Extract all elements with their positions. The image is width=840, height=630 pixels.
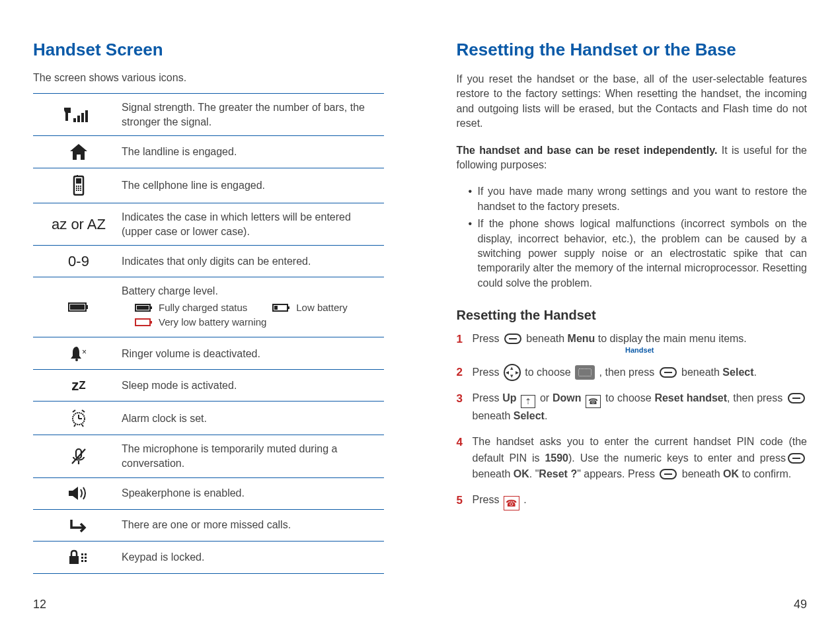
- ok-label: OK: [723, 468, 739, 479]
- ok-label: OK: [514, 468, 529, 479]
- svg-rect-6: [76, 178, 81, 184]
- t: or: [537, 392, 553, 403]
- svg-rect-2: [77, 116, 80, 122]
- up-key-icon: ⇡: [521, 395, 535, 408]
- softkey-icon: [660, 469, 677, 479]
- step-5: Press ☎ .: [457, 492, 808, 510]
- page-number-left: 12: [33, 598, 46, 612]
- reset-handset-label: Reset handset: [654, 392, 727, 403]
- row-desc: Battery charge level. Fully charged stat…: [122, 284, 381, 330]
- row-desc: Sleep mode is activated.: [122, 378, 381, 393]
- step-2: Press ▴▾ to choose , then press beneath …: [457, 364, 808, 381]
- row-desc: Keypad is locked.: [122, 550, 381, 565]
- row-signal: Signal strength. The greater the number …: [33, 94, 384, 136]
- battery-verylow-icon: [135, 318, 153, 327]
- step-4: The handset asks you to enter the curren…: [457, 434, 808, 483]
- t: beneath: [473, 468, 514, 479]
- svg-rect-7: [76, 186, 77, 187]
- svg-rect-22: [137, 306, 149, 310]
- bullet-list: If you have made many wrong settings and…: [457, 184, 808, 291]
- svg-rect-21: [150, 306, 152, 309]
- svg-rect-1: [73, 118, 76, 122]
- t: . ": [529, 468, 539, 479]
- svg-rect-25: [274, 306, 278, 310]
- svg-rect-19: [70, 304, 85, 310]
- mute-icon: [36, 446, 122, 466]
- up-label: Up: [502, 392, 516, 403]
- svg-rect-3: [81, 113, 84, 122]
- svg-rect-14: [78, 190, 79, 191]
- right-p2: The handset and base can be reset indepe…: [457, 143, 808, 173]
- t: .: [545, 410, 547, 421]
- t: .: [754, 367, 757, 378]
- menu-label: Menu: [568, 333, 595, 344]
- battery-icon: [36, 301, 122, 313]
- select-label: Select: [514, 410, 545, 421]
- svg-rect-15: [80, 190, 81, 191]
- nav-wheel-icon: ▴▾: [504, 364, 521, 381]
- svg-line-34: [82, 410, 85, 412]
- t: .: [521, 494, 527, 505]
- row-speaker: Speakerphone is enabled.: [33, 478, 384, 510]
- icon-table: Signal strength. The greater the number …: [33, 93, 384, 574]
- t: beneath: [679, 468, 723, 479]
- row-lock: Keypad is locked.: [33, 542, 384, 573]
- t: Press: [473, 494, 502, 505]
- resetq-label: Reset ?: [539, 468, 577, 479]
- t: to confirm.: [739, 468, 791, 479]
- row-desc: Speakerphone is enabled.: [122, 486, 381, 501]
- svg-rect-46: [85, 560, 87, 562]
- bullet-item: If you have made many wrong settings and…: [469, 184, 808, 214]
- battery-title: Battery charge level.: [122, 285, 218, 297]
- svg-rect-18: [86, 305, 88, 309]
- svg-rect-27: [150, 321, 152, 324]
- row-desc: The landline is engaged.: [122, 145, 381, 159]
- step-3: Press Up ⇡ or Down ☎ to choose Reset han…: [457, 390, 808, 425]
- handset-chip-icon: [575, 365, 595, 380]
- row-ringer-off: × Ringer volume is deactivated.: [33, 337, 384, 370]
- t: " appears. Press: [577, 468, 658, 479]
- down-key-icon: ☎: [586, 395, 601, 408]
- t: , then press: [727, 392, 786, 403]
- case-label: az or AZ: [36, 216, 122, 233]
- row-desc: The cellphone line is engaged.: [122, 178, 381, 193]
- battery-full-icon: [135, 303, 153, 312]
- row-digits: 0-9 Indicates that only digits can be en…: [33, 246, 384, 277]
- t: to choose: [522, 367, 574, 378]
- battery-verylow-label: Very low battery warning: [159, 316, 266, 329]
- svg-rect-40: [69, 556, 79, 564]
- row-desc: The microphone is temporarily muted duri…: [122, 442, 381, 470]
- bullet-item: If the phone shows logical malfunctions …: [469, 217, 808, 291]
- svg-rect-8: [78, 186, 79, 187]
- alarm-icon: [36, 408, 122, 428]
- svg-rect-9: [80, 186, 81, 187]
- row-alarm: Alarm clock is set.: [33, 402, 384, 435]
- t: beneath: [679, 367, 723, 378]
- svg-rect-42: [85, 553, 87, 555]
- digits-label: 0-9: [36, 253, 122, 270]
- pin-label: 1590: [545, 452, 568, 464]
- svg-rect-12: [80, 188, 81, 189]
- subhead-reset-handset: Resetting the Handset: [457, 308, 808, 323]
- row-desc: There are one or more missed calls.: [122, 518, 381, 532]
- battery-full-label: Fully charged status: [159, 301, 247, 314]
- row-cell: The cellphone line is engaged.: [33, 168, 384, 203]
- right-title: Resetting the Handset or the Base: [457, 40, 808, 60]
- signal-icon: [36, 106, 122, 123]
- row-desc: Alarm clock is set.: [122, 411, 381, 426]
- svg-rect-10: [76, 188, 77, 189]
- left-column: Handset Screen The screen shows various …: [33, 40, 384, 574]
- row-missed: There are one or more missed calls.: [33, 510, 384, 542]
- ringer-off-icon: ×: [36, 344, 122, 363]
- sleep-icon: zZ: [36, 377, 122, 394]
- right-p1: If you reset the handset or the base, al…: [457, 72, 808, 131]
- p2-lead: The handset and base can be reset indepe…: [457, 145, 718, 156]
- row-case: az or AZ Indicates the case in which let…: [33, 203, 384, 246]
- svg-rect-4: [85, 110, 88, 122]
- svg-rect-44: [85, 557, 87, 559]
- home-icon: [36, 143, 122, 161]
- svg-line-36: [82, 425, 83, 427]
- select-label: Select: [722, 367, 753, 378]
- step-1: Press beneath Menu to display the main m…: [457, 331, 808, 356]
- keypad-lock-icon: [36, 548, 122, 567]
